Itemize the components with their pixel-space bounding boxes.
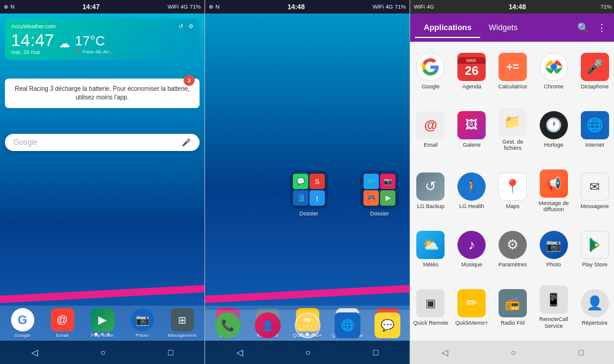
app-quickremote[interactable]: ▣ Quick Remote (410, 277, 451, 338)
weather-widget[interactable]: AccuWeather.com ↺ ⚙ 14:47 mar. 26 mai ☁ … (5, 18, 200, 60)
app-quickmemo[interactable]: ✏ QuickMemo+ (451, 277, 492, 338)
app-playstore[interactable]: Play Store (574, 222, 614, 277)
phone-button[interactable]: 📞 (215, 312, 241, 338)
status-time-3: 14:48 (508, 3, 526, 10)
galerie-app-icon: 🖼 (457, 111, 486, 139)
folder-2[interactable]: 🐦 📷 🎮 ▶ Dossier (360, 171, 398, 217)
email-icon: @ (51, 308, 74, 331)
parametres-app-label: Paramètres (499, 261, 527, 268)
battery-2: 71% (395, 4, 406, 10)
notif-icon-2: ⊕ (209, 4, 214, 10)
weather-main: 14:47 mar. 26 mai ☁ 17°C 📍 Paris-4E-Arr.… (11, 32, 193, 55)
google-app-icon (416, 53, 445, 81)
app-internet[interactable]: 🌐 Internet (574, 99, 614, 160)
app-horloge[interactable]: 🕐 Horloge (533, 99, 574, 160)
lgbackup-app-icon: ↺ (416, 172, 445, 201)
home-button-3[interactable]: ○ (503, 345, 523, 360)
recents-button-2[interactable]: □ (366, 345, 386, 360)
photo-app-icon: 📷 (540, 231, 568, 259)
folder-1[interactable]: 💬 S 📘 t Dossier (290, 171, 328, 217)
email-app-label: Email (424, 142, 438, 149)
app-google[interactable]: Google (410, 44, 451, 99)
horloge-app-icon: 🕐 (540, 111, 568, 139)
app-chrome[interactable]: Chrome (533, 44, 574, 99)
messagerie-app-icon: ✉ (581, 172, 609, 201)
repertoire-app-label: Répertoire (582, 320, 608, 327)
app-gest-fichiers[interactable]: 📁 Gest. de fichiers (492, 99, 534, 160)
meteo-app-label: Météo (423, 261, 438, 268)
back-button-1[interactable]: ◁ (24, 345, 45, 360)
gest-fichiers-app-icon: 📁 (499, 108, 527, 136)
signal-icon-3: 4G (427, 4, 434, 10)
weather-url: AccuWeather.com (11, 23, 56, 29)
app-photo[interactable]: 📷 Photo (533, 222, 574, 277)
search-bar-text: Google (14, 138, 37, 147)
photo-icon: 📷 (131, 308, 154, 331)
tab-applications[interactable]: Applications (415, 18, 480, 38)
signal-icon-1: 4G (181, 4, 188, 10)
page-dots-1 (0, 333, 204, 336)
status-bar-1: ⊕ N 14:47 WiFi 4G 71% (0, 0, 204, 14)
status-bar-2: ⊕ N 14:48 WiFi 4G 71% (205, 0, 410, 14)
weather-location: 📍 Paris-4E-Arr... (75, 49, 113, 55)
recents-button-1[interactable]: □ (161, 345, 181, 360)
calc-app-label: Calculatrice (498, 83, 527, 90)
app-grid: Google MAR. 26 Agenda += Calculatrice Ch… (410, 42, 614, 341)
bottom-dock-2: 📞 👤 ⋯ 🌐 💬 (205, 310, 410, 341)
app-parametres[interactable]: ⚙ Paramètres (492, 222, 534, 277)
weather-time-block: 14:47 mar. 26 mai (11, 32, 54, 55)
status-left-3: WiFi 4G (414, 4, 434, 10)
horloge-app-label: Horloge (544, 142, 564, 149)
app-radiofm[interactable]: 📻 Radio FM (492, 277, 534, 338)
status-left-icons: ⊕ N (4, 4, 15, 10)
tab-widgets[interactable]: Widgets (480, 18, 526, 38)
app-lgbackup[interactable]: ↺ LG Backup (410, 160, 451, 222)
recents-button-3[interactable]: □ (572, 345, 591, 360)
settings-icon[interactable]: ⚙ (188, 23, 193, 29)
app-dictaphone[interactable]: 🎤 Dictaphone (574, 44, 614, 99)
refresh-icon[interactable]: ↺ (179, 23, 184, 29)
app-calculatrice[interactable]: += Calculatrice (492, 44, 534, 99)
notification-card[interactable]: Real Racing 3 décharge la batterie. Pour… (5, 79, 200, 108)
contacts-button[interactable]: 👤 (255, 312, 281, 338)
google-search-bar[interactable]: Google 🎤 (5, 134, 200, 151)
app-email[interactable]: @ Email (410, 99, 451, 160)
app-repertoire[interactable]: 👤 Répertoire (574, 277, 614, 338)
mic-icon[interactable]: 🎤 (182, 138, 191, 147)
app-meteo[interactable]: ⛅ Météo (410, 222, 451, 277)
parametres-app-icon: ⚙ (499, 231, 527, 259)
app-galerie[interactable]: 🖼 Galerie (451, 99, 492, 160)
dot-inactive (101, 333, 104, 336)
back-button-2[interactable]: ◁ (229, 345, 251, 360)
dictaphone-app-label: Dictaphone (581, 83, 609, 90)
app-messagerie[interactable]: ✉ Messagerie (574, 160, 614, 222)
app-musique[interactable]: ♪ Musique (451, 222, 492, 277)
app-message-diffusion[interactable]: 📢 Message de diffusion (533, 160, 574, 222)
repertoire-app-icon: 👤 (581, 289, 609, 317)
status-left-2: ⊕ N (209, 4, 220, 10)
weather-temperature: 17°C (75, 33, 105, 48)
dot-active (95, 333, 98, 336)
apps-button[interactable]: ⋯ (295, 312, 321, 338)
nav-bar-1: ◁ ○ □ (0, 341, 204, 364)
remotecall-app-label: RemoteCall Service (535, 316, 572, 330)
weather-time: 14:47 (11, 32, 54, 49)
more-options-icon[interactable]: ⋮ (593, 20, 610, 36)
chrome-app-label: Chrome (544, 83, 564, 90)
messages-button[interactable]: 💬 (375, 312, 400, 338)
musique-app-icon: ♪ (457, 231, 486, 259)
signal-icon-2: 4G (386, 4, 393, 10)
back-button-3[interactable]: ◁ (434, 345, 456, 360)
app-lghealth[interactable]: 🚶 LG Health (451, 160, 492, 222)
weather-temp-block: 17°C 📍 Paris-4E-Arr... (75, 33, 113, 55)
browser-button[interactable]: 🌐 (335, 312, 360, 338)
app-remotecall[interactable]: 📱 RemoteCall Service (533, 277, 574, 338)
home-button-2[interactable]: ○ (298, 345, 318, 360)
search-icon[interactable]: 🔍 (573, 20, 593, 36)
app-maps[interactable]: 📍 Maps (492, 160, 534, 222)
status-time-1: 14:47 (82, 3, 99, 10)
phone-panel-2: ⊕ N 14:48 WiFi 4G 71% 💬 S 📘 t Dossier 🐦 … (205, 0, 410, 364)
home-button-1[interactable]: ○ (93, 345, 113, 360)
app-agenda[interactable]: MAR. 26 Agenda (451, 44, 492, 99)
notification-icon: ⊕ (4, 4, 9, 10)
